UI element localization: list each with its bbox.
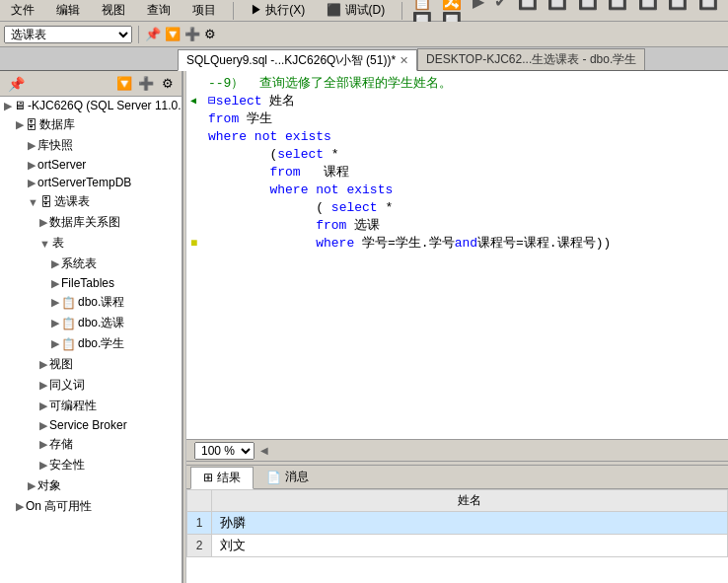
server-icon: 🖥 <box>14 99 26 112</box>
sidebar-item-synonyms[interactable]: ▶ 同义词 <box>0 375 182 396</box>
grid-icon: ⊞ <box>203 471 213 484</box>
line5-star: * <box>331 146 339 164</box>
security-label: 安全性 <box>49 457 85 474</box>
menu-bar: 文件 编辑 视图 查询 项目 ▶ 执行(X) ⬛ 调试(D) 📋 🔀 ▶ ✔ 🔲… <box>0 0 728 22</box>
sidebar-item-objects[interactable]: ▶ 对象 <box>0 475 182 496</box>
toolbar-settings-icon[interactable]: ⚙ <box>204 27 216 41</box>
code-editor[interactable]: --9） 查询选修了全部课程的学生姓名。 ◀ ⊟select 姓名 from 学… <box>186 71 728 439</box>
table-row[interactable]: 1 孙膦 <box>187 512 728 535</box>
settings-icon[interactable]: ⚙ <box>158 74 178 94</box>
storage-label: 存储 <box>49 436 73 453</box>
menu-item-edit[interactable]: 编辑 <box>49 0 87 21</box>
tables-label: 表 <box>52 235 64 252</box>
sidebar-item-xuesheng[interactable]: ▶ 📋 dbo.学生 <box>0 333 182 354</box>
code-line-2: ◀ ⊟select 姓名 <box>208 93 720 110</box>
sidebar: 📌 🔽 ➕ ⚙ ▶ 🖥 -KJC626Q (SQL Server 11.0. ▶… <box>0 71 182 583</box>
tree-server[interactable]: ▶ 🖥 -KJC626Q (SQL Server 11.0. <box>0 97 182 114</box>
zoom-bar: 100 % ◀ <box>186 439 728 461</box>
table-selector[interactable]: 选课表 <box>4 26 132 43</box>
code-line-4: where not exists <box>208 128 720 146</box>
sidebar-item-servertempdb[interactable]: ▶ ortServerTempDB <box>0 174 182 191</box>
table-row[interactable]: 2 刘文 <box>187 535 728 557</box>
views-label: 视图 <box>49 356 73 373</box>
code-line-5: (select * <box>208 146 720 164</box>
ortserver-label: ortServer <box>37 158 86 172</box>
content-area: --9） 查询选修了全部课程的学生姓名。 ◀ ⊟select 姓名 from 学… <box>186 71 728 583</box>
toolbar-add-icon[interactable]: ➕ <box>184 27 200 41</box>
sidebar-item-kecheng[interactable]: ▶ 📋 dbo.课程 <box>0 292 182 313</box>
xuanke2-label: dbo.选课 <box>78 315 124 331</box>
sidebar-item-servicebroker[interactable]: ▶ Service Broker <box>0 416 182 434</box>
code-line-8: ( select * <box>208 199 720 217</box>
sidebar-item-tables[interactable]: ▼ 表 <box>0 233 182 254</box>
row-2-num: 2 <box>187 535 212 557</box>
line8-star: * <box>385 199 393 217</box>
line5-select: select <box>277 146 324 164</box>
diagrams-label: 数据库关系图 <box>49 214 120 231</box>
sidebar-item-programmability[interactable]: ▶ 可编程性 <box>0 396 182 416</box>
sidebar-item-snapshot[interactable]: ▶ 库快照 <box>0 135 182 156</box>
toolbar-filter-icon[interactable]: 🔽 <box>165 27 181 41</box>
sidebar-item-security[interactable]: ▶ 安全性 <box>0 455 182 475</box>
line4-where: where <box>208 128 247 146</box>
menu-item-debug[interactable]: ⬛ 调试(D) <box>320 0 392 21</box>
tab-tableview[interactable]: DESKTOP-KJC62...生选课表 - dbo.学生 <box>417 48 645 70</box>
tab-query9[interactable]: SQLQuery9.sql -...KJC626Q\小智 (51))* ✕ <box>178 49 417 71</box>
line6-table: 课程 <box>324 164 349 182</box>
results-tab-results[interactable]: ⊞ 结果 <box>190 467 254 489</box>
sidebar-item-databases[interactable]: ▶ 🗄 数据库 <box>0 114 182 135</box>
line3-from: from <box>208 110 239 128</box>
line8-select: select <box>331 199 378 217</box>
results-tabs: ⊞ 结果 📄 消息 <box>186 466 728 489</box>
tab-query9-close[interactable]: ✕ <box>400 54 408 67</box>
sidebar-item-xuanke[interactable]: ▼ 🗄 选课表 <box>0 191 182 212</box>
result-table: 姓名 1 孙膦 2 刘文 <box>186 489 728 557</box>
filter-icon[interactable]: 🔽 <box>114 74 134 94</box>
sidebar-item-systables[interactable]: ▶ 系统表 <box>0 254 182 274</box>
xuanke-label: 选课表 <box>54 193 90 210</box>
table-icon2: 📋 <box>61 317 76 330</box>
zoom-selector[interactable]: 100 % <box>194 442 255 460</box>
tab-tableview-label: DESKTOP-KJC62...生选课表 - dbo.学生 <box>426 51 636 68</box>
menu-item-project[interactable]: 项目 <box>185 0 223 21</box>
kecheng-label: dbo.课程 <box>78 294 124 311</box>
col-header-name: 姓名 <box>212 490 728 512</box>
sidebar-item-server[interactable]: ▶ ortServer <box>0 156 182 174</box>
sidebar-item-xuanke2[interactable]: ▶ 📋 dbo.选课 <box>0 313 182 333</box>
programmability-label: 可编程性 <box>49 398 97 414</box>
sidebar-item-views[interactable]: ▶ 视图 <box>0 354 182 375</box>
add-icon[interactable]: ➕ <box>136 74 156 94</box>
sidebar-item-diagrams[interactable]: ▶ 数据库关系图 <box>0 212 182 233</box>
line7-not: not <box>316 182 338 199</box>
row-1-num: 1 <box>187 512 212 535</box>
code-line-1: --9） 查询选修了全部课程的学生姓名。 <box>208 75 720 93</box>
servertempdb-label: ortServerTempDB <box>37 176 131 189</box>
results-tab-label: 结果 <box>217 470 241 486</box>
results-tab-messages[interactable]: 📄 消息 <box>254 466 322 488</box>
menu-item-query[interactable]: 查询 <box>140 0 178 21</box>
menu-item-view[interactable]: 视图 <box>95 0 132 21</box>
separator2 <box>401 2 402 20</box>
menu-item-execute[interactable]: ▶ 执行(X) <box>244 0 312 21</box>
sidebar-item-storage[interactable]: ▶ 存储 <box>0 434 182 455</box>
ha-label: On 高可用性 <box>26 498 92 515</box>
code-line-7: where not exists <box>208 182 720 199</box>
snapshot-label: 库快照 <box>37 137 73 154</box>
zoom-chevron: ◀ <box>260 445 268 456</box>
second-toolbar: 选课表 📌 🔽 ➕ ⚙ <box>0 22 728 47</box>
sidebar-item-ha[interactable]: ▶ On 高可用性 <box>0 496 182 517</box>
tab-query9-label: SQLQuery9.sql -...KJC626Q\小智 (51))* <box>186 52 396 69</box>
sidebar-item-filetables[interactable]: ▶ FileTables <box>0 274 182 292</box>
tab-bar: SQLQuery9.sql -...KJC626Q\小智 (51))* ✕ DE… <box>0 47 728 71</box>
menu-item-file[interactable]: 文件 <box>4 0 41 21</box>
xuanke-icon: 🗄 <box>40 195 52 209</box>
line10-where: where <box>316 235 354 253</box>
toolbar-icon-pin: 📌 <box>145 27 161 41</box>
line4-exists: exists <box>285 128 331 146</box>
sidebar-toolbar: 📌 🔽 ➕ ⚙ <box>0 71 182 97</box>
pin-icon[interactable]: 📌 <box>4 76 29 92</box>
line1-text: --9） 查询选修了全部课程的学生姓名。 <box>208 75 452 93</box>
line8-paren: ( <box>316 199 324 217</box>
line2-select: ⊟select <box>208 93 262 110</box>
table-icon3: 📋 <box>61 337 76 351</box>
